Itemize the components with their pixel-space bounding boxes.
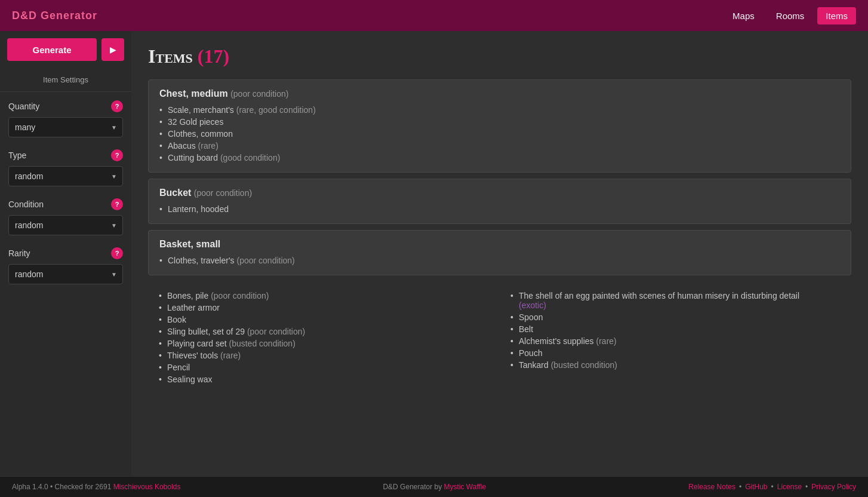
- type-select-wrapper: random weapon armor tool misc: [8, 166, 123, 186]
- quantity-label: Quantity: [8, 102, 39, 111]
- mischievous-kobolds-link[interactable]: Mischievous Kobolds: [113, 483, 181, 491]
- loose-items-grid: Bones, pile (poor condition) Leather arm…: [148, 281, 851, 388]
- logo-generator: Generator: [41, 10, 97, 22]
- list-item: Clothes, common: [159, 128, 840, 140]
- condition-select-wrapper: random poor busted good excellent: [8, 215, 123, 235]
- container-bucket-title: Bucket (poor condition): [159, 188, 840, 198]
- release-notes-link[interactable]: Release Notes: [688, 483, 735, 491]
- loose-items-left-list: Bones, pile (poor condition) Leather arm…: [159, 290, 489, 385]
- type-label: Type: [8, 151, 26, 160]
- list-item: Alchemist's supplies (rare): [510, 335, 841, 347]
- container-chest: Chest, medium (poor condition) Scale, me…: [148, 79, 851, 173]
- nav-maps[interactable]: Maps: [724, 7, 763, 24]
- condition-help[interactable]: ?: [111, 198, 123, 210]
- generate-button[interactable]: Generate: [7, 38, 97, 61]
- condition-setting: Condition ? random poor busted good exce…: [0, 190, 131, 239]
- rarity-help[interactable]: ?: [111, 247, 123, 259]
- logo: D&D Generator: [12, 10, 97, 22]
- list-item: The shell of an egg painted with scenes …: [510, 290, 841, 311]
- footer-right: Release Notes • GitHub • License • Priva…: [688, 483, 856, 491]
- content: Items (17) Chest, medium (poor condition…: [131, 31, 868, 476]
- list-item: Cutting board (good condition): [159, 152, 840, 164]
- header: D&D Generator Maps Rooms Items: [0, 0, 868, 31]
- container-bucket-items: Lantern, hooded: [159, 203, 840, 215]
- settings-label: Item Settings: [0, 70, 131, 92]
- rarity-header: Rarity ?: [8, 247, 123, 259]
- condition-select[interactable]: random poor busted good excellent: [8, 215, 123, 235]
- rarity-label: Rarity: [8, 249, 30, 258]
- condition-label: Condition: [8, 200, 44, 209]
- list-item: Sling bullet, set of 29 (poor condition): [159, 326, 489, 338]
- generate-area: Generate ▶: [0, 38, 131, 70]
- container-bucket: Bucket (poor condition) Lantern, hooded: [148, 179, 851, 224]
- container-basket-items: Clothes, traveler's (poor condition): [159, 254, 840, 266]
- type-header: Type ?: [8, 149, 123, 161]
- loose-items-right-list: The shell of an egg painted with scenes …: [510, 290, 841, 371]
- quantity-setting: Quantity ? few some many lots random: [0, 92, 131, 141]
- list-item: Thieves' tools (rare): [159, 349, 489, 361]
- type-setting: Type ? random weapon armor tool misc: [0, 141, 131, 190]
- list-item: Belt: [510, 323, 841, 335]
- sidebar: Generate ▶ Item Settings Quantity ? few …: [0, 31, 131, 476]
- list-item: Tankard (busted condition): [510, 359, 841, 371]
- footer-left: Alpha 1.4.0 • Checked for 2691 Mischievo…: [12, 483, 180, 491]
- layout: Generate ▶ Item Settings Quantity ? few …: [0, 31, 868, 476]
- list-item: Pencil: [159, 361, 489, 373]
- quantity-select[interactable]: few some many lots random: [8, 117, 123, 137]
- list-item: Pouch: [510, 347, 841, 359]
- list-item: Abacus (rare): [159, 140, 840, 152]
- title-text: Items: [148, 45, 193, 67]
- page-title: Items (17): [148, 45, 851, 68]
- github-link[interactable]: GitHub: [745, 483, 767, 491]
- condition-header: Condition ?: [8, 198, 123, 210]
- type-help[interactable]: ?: [111, 149, 123, 161]
- list-item: Leather armor: [159, 302, 489, 314]
- list-item: 32 Gold pieces: [159, 116, 840, 128]
- container-chest-title: Chest, medium (poor condition): [159, 88, 840, 99]
- list-item: Playing card set (busted condition): [159, 338, 489, 349]
- footer: Alpha 1.4.0 • Checked for 2691 Mischievo…: [0, 476, 868, 497]
- footer-center: D&D Generator by Mystic Waffle: [383, 483, 486, 491]
- quantity-header: Quantity ?: [8, 100, 123, 112]
- nav-rooms[interactable]: Rooms: [768, 7, 813, 24]
- rarity-setting: Rarity ? random common uncommon rare exo…: [0, 239, 131, 288]
- list-item: Bones, pile (poor condition): [159, 290, 489, 302]
- list-item: Sealing wax: [159, 373, 489, 385]
- title-count: (17): [198, 45, 229, 67]
- list-item: Spoon: [510, 311, 841, 323]
- type-select[interactable]: random weapon armor tool misc: [8, 166, 123, 186]
- logo-dnd: D&D: [12, 10, 37, 22]
- list-item: Lantern, hooded: [159, 203, 840, 215]
- list-item: Clothes, traveler's (poor condition): [159, 254, 840, 266]
- nav: Maps Rooms Items: [724, 7, 856, 24]
- mystic-waffle-link[interactable]: Mystic Waffle: [444, 483, 487, 491]
- list-item: Scale, merchant's (rare, good condition): [159, 104, 840, 116]
- quantity-help[interactable]: ?: [111, 100, 123, 112]
- container-basket-title: Basket, small: [159, 239, 840, 250]
- privacy-link[interactable]: Privacy Policy: [811, 483, 856, 491]
- nav-items[interactable]: Items: [817, 7, 856, 24]
- rarity-select-wrapper: random common uncommon rare exotic: [8, 264, 123, 284]
- quantity-select-wrapper: few some many lots random: [8, 117, 123, 137]
- loose-items-left: Bones, pile (poor condition) Leather arm…: [148, 290, 500, 385]
- list-item: Book: [159, 314, 489, 326]
- loose-items-right: The shell of an egg painted with scenes …: [500, 290, 851, 385]
- play-button[interactable]: ▶: [101, 38, 124, 61]
- license-link[interactable]: License: [777, 483, 802, 491]
- container-chest-items: Scale, merchant's (rare, good condition)…: [159, 104, 840, 164]
- container-basket: Basket, small Clothes, traveler's (poor …: [148, 230, 851, 275]
- play-icon: ▶: [110, 45, 116, 54]
- rarity-select[interactable]: random common uncommon rare exotic: [8, 264, 123, 284]
